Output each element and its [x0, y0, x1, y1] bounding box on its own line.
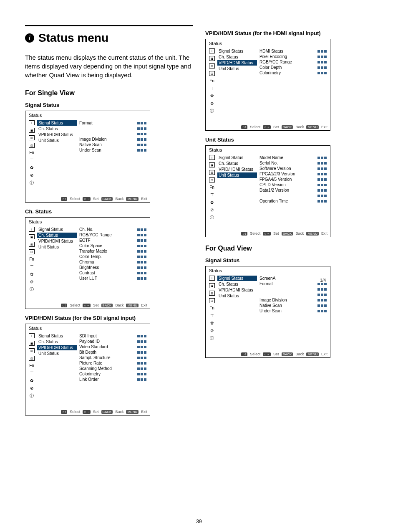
menu-chip-icon: MENU: [306, 125, 319, 129]
menu-side-item[interactable]: Unit Status: [37, 351, 77, 356]
menu-side-item[interactable]: VPID/HDMI Status: [217, 60, 257, 66]
exit-label: Exit: [321, 125, 327, 129]
menu-side-item[interactable]: VPID/HDMI Status: [217, 167, 257, 172]
value-bars-icon: [317, 178, 327, 181]
field-row: Format: [79, 120, 146, 126]
value-bars-icon: [137, 266, 146, 269]
menu-side-icon: ⊤: [29, 264, 35, 269]
menu-side-icon: Fn: [209, 185, 215, 190]
menu-side-item[interactable]: Unit Status: [37, 138, 77, 143]
menu-field-column: Model NameSerial No.Software VersionFPGA…: [257, 154, 327, 225]
menu-side-item[interactable]: VPID/HDMI Status: [217, 287, 257, 293]
field-row: Color Temp.: [79, 254, 146, 259]
set-chip-icon: ○→: [83, 410, 91, 414]
back-chip-icon: BACK: [101, 304, 113, 307]
value-bars-icon: [137, 367, 146, 370]
menu-field-column: ScreenAFormatImage DivisionNative ScanUn…: [257, 275, 327, 346]
value-bars-icon: [317, 189, 327, 192]
menu-title: Status: [25, 218, 150, 225]
field-row: Video Standard: [79, 344, 146, 350]
set-chip-icon: ○→: [83, 197, 91, 201]
section-divider: [25, 25, 193, 26]
menu-side-icon: ⓘ: [29, 180, 35, 185]
menu-side-icon: ⊡: [29, 249, 35, 254]
value-bars-icon: [137, 362, 146, 365]
menu-side-icon: ⓘ: [209, 336, 215, 341]
menu-side-item[interactable]: VPID/HDMI Status: [37, 345, 77, 350]
field-row: User LUT: [79, 276, 146, 281]
menu-footer: ○↕Select ○→Set BACKBack MENUExit: [61, 197, 147, 201]
menu-side-item[interactable]: Ch. Status: [37, 233, 77, 238]
menu-icon-column: i▣⊞⊡Fn⊤✿⊘ⓘ: [29, 332, 37, 404]
menu-footer: ○↕Select ○→Set BACKBack MENUExit: [241, 231, 327, 236]
menu-icon-column: i▣⊞⊡Fn⊤✿⊘ⓘ: [29, 226, 37, 297]
menu-side-item[interactable]: Unit Status: [217, 293, 257, 299]
menu-side-item[interactable]: Ch. Status: [37, 126, 77, 132]
field-row: Software Version: [259, 166, 327, 171]
field-row: Native Scan: [259, 303, 327, 308]
field-row: Chroma: [79, 259, 146, 265]
intro-paragraph: The status menu displays the current sta…: [25, 53, 193, 79]
menu-side-icon: ⊞: [209, 170, 215, 175]
value-bars-icon: [137, 149, 146, 152]
menu-side-icon: i: [209, 276, 215, 281]
menu-side-icon: ⊘: [29, 386, 35, 391]
menu-side-icon: ⊡: [209, 298, 215, 303]
menu-side-item[interactable]: Ch. Status: [217, 54, 257, 60]
menu-side-icon: ⓘ: [209, 109, 215, 114]
field-row: Brightness: [79, 265, 146, 270]
menu-side-icon: Fn: [209, 79, 215, 84]
field-row: Bit Depth: [79, 350, 146, 355]
menu-unit-status: Status i▣⊞⊡Fn⊤✿⊘ⓘSignal StatusCh. Status…: [205, 145, 330, 237]
menu-title: Status: [206, 266, 330, 274]
menu-side-icon: ✿: [209, 321, 215, 326]
select-chip-icon: ○↕: [61, 304, 67, 307]
menu-field-column: SDI InputPayload IDVideo StandardBit Dep…: [77, 332, 146, 404]
field-row: FPGA1/2/3 Version: [259, 171, 327, 177]
menu-side-item[interactable]: Ch. Status: [217, 161, 257, 166]
field-row: Image Division: [259, 297, 327, 303]
value-bars-icon: [317, 294, 327, 296]
value-bars-icon: [137, 250, 146, 253]
menu-side-item[interactable]: VPID/HDMI Status: [37, 132, 77, 137]
field-row: EOTF: [79, 238, 146, 243]
menu-side-item[interactable]: Unit Status: [217, 66, 257, 71]
value-bars-icon: [137, 272, 146, 274]
value-bars-icon: [137, 234, 146, 236]
menu-side-icon: ⊞: [29, 348, 35, 353]
menu-side-item[interactable]: Unit Status: [37, 244, 77, 250]
menu-side-icon: ⊤: [209, 193, 215, 198]
value-bars-icon: [137, 133, 146, 135]
menu-side-list: Signal StatusCh. StatusVPID/HDMI StatusU…: [37, 332, 77, 404]
menu-side-item[interactable]: Signal Status: [217, 48, 257, 54]
menu-side-item[interactable]: Signal Status: [37, 227, 77, 232]
menu-side-icon: ⓘ: [29, 287, 35, 292]
menu-footer: ○↕Select ○→Set BACKBack MENUExit: [241, 352, 327, 356]
menu-icon-column: i▣⊞⊡Fn⊤✿⊘ⓘ: [209, 48, 217, 119]
menu-title: Status: [25, 111, 150, 119]
field-row: [79, 131, 146, 137]
unit-status-heading: Unit Status: [205, 137, 373, 143]
field-row: Color Depth: [259, 65, 327, 70]
menu-side-icon: ⊡: [209, 71, 215, 76]
page-indicator: 1/4: [320, 278, 326, 283]
menu-side-item[interactable]: Signal Status: [37, 120, 77, 126]
single-view-heading: For Single View: [25, 89, 193, 97]
menu-chip-icon: MENU: [126, 304, 139, 307]
menu-side-item[interactable]: Unit Status: [217, 172, 257, 178]
menu-side-icon: ⊞: [209, 291, 215, 296]
menu-side-item[interactable]: Signal Status: [37, 333, 77, 339]
value-bars-icon: [137, 144, 146, 146]
menu-side-item[interactable]: Signal Status: [217, 276, 257, 281]
back-label: Back: [295, 352, 304, 356]
menu-side-item[interactable]: Ch. Status: [37, 339, 77, 345]
menu-side-item[interactable]: Ch. Status: [217, 281, 257, 287]
field-row: Model Name: [259, 155, 327, 160]
menu-side-icon: ⊤: [29, 371, 35, 376]
menu-side-item[interactable]: VPID/HDMI Status: [37, 238, 77, 244]
exit-label: Exit: [141, 197, 147, 201]
value-bars-icon: [317, 288, 327, 291]
menu-side-item[interactable]: Signal Status: [217, 155, 257, 160]
screen-label-row: ScreenA: [259, 276, 327, 281]
menu-side-list: Signal StatusCh. StatusVPID/HDMI StatusU…: [37, 119, 77, 191]
